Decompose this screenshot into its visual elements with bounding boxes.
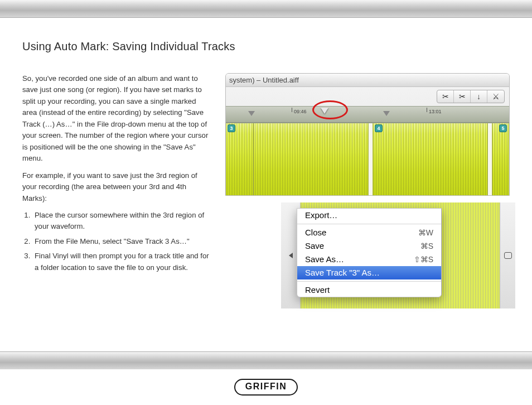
menu-label: Revert <box>305 283 330 297</box>
menu-shortcut: ⌘W <box>418 226 433 239</box>
mark-triangle-icon[interactable] <box>248 111 255 116</box>
toolbar: ✂ ✂ ↓ ⚔ <box>226 87 509 106</box>
screenshots-column: system) – Untitled.aiff ✂ ✂ ↓ ⚔ 09:46 <box>225 73 510 277</box>
waveform-window: system) – Untitled.aiff ✂ ✂ ↓ ⚔ 09:46 <box>225 73 510 196</box>
cut-alt-tool-icon[interactable]: ✂ <box>454 90 471 103</box>
menu-label: Close <box>305 226 326 239</box>
menu-item-export[interactable]: Export… <box>297 209 441 222</box>
menu-label: Save Track "3" As… <box>305 266 380 279</box>
menu-item-revert[interactable]: Revert <box>297 283 441 297</box>
menu-label: Save As… <box>305 253 344 266</box>
ruler-tick <box>292 108 292 112</box>
timeline-ruler[interactable]: 09:46 13:01 <box>226 106 509 123</box>
waveform-area[interactable]: 3 4 5 <box>226 123 509 195</box>
red-highlight-circle <box>312 100 348 119</box>
menu-shortcut: ⌘S <box>420 239 433 253</box>
menu-item-save-as[interactable]: Save As… ⇧⌘S <box>297 253 441 266</box>
step-2: From the File Menu, select "Save Track 3… <box>32 236 212 247</box>
menu-item-close[interactable]: Close ⌘W <box>297 226 441 239</box>
cut-tool-icon[interactable]: ✂ <box>437 90 454 103</box>
mark-triangle-icon[interactable] <box>383 111 390 116</box>
split-tool-icon[interactable]: ⚔ <box>487 90 504 103</box>
menu-item-save-track-as[interactable]: Save Track "3" As… <box>297 266 441 279</box>
region-badge-3: 3 <box>228 124 235 132</box>
loop-icon[interactable] <box>504 252 512 259</box>
footer: GRIFFIN <box>0 369 532 405</box>
griffin-logo: GRIFFIN <box>234 379 298 396</box>
steps-list: Place the cursor somewhere within the 3r… <box>22 210 212 273</box>
menu-label: Save <box>305 239 324 253</box>
insert-tool-icon[interactable]: ↓ <box>471 90 487 103</box>
step-3: Final Vinyl will then prompt you for a t… <box>32 250 212 273</box>
file-menu-dropdown: Export… Close ⌘W Save ⌘S Save As… ⇧⌘S Sa… <box>297 208 442 297</box>
time-label-2: 13:01 <box>429 109 442 114</box>
content-area: Using Auto Mark: Saving Individual Track… <box>0 18 532 351</box>
paragraph-2: For example, if you want to save just th… <box>22 170 212 204</box>
menu-label: Export… <box>305 209 337 222</box>
paragraph-1: So, you've recorded one side of an album… <box>22 73 212 165</box>
prev-arrow-icon[interactable] <box>289 253 293 258</box>
menu-separator <box>297 224 441 224</box>
menu-shortcut: ⇧⌘S <box>414 253 433 266</box>
bottom-gradient-bar <box>0 351 532 369</box>
menu-item-save[interactable]: Save ⌘S <box>297 239 441 253</box>
tool-group: ✂ ✂ ↓ ⚔ <box>437 90 505 103</box>
page-title: Using Auto Mark: Saving Individual Track… <box>22 40 510 53</box>
region-badge-4: 4 <box>375 124 383 132</box>
ruler-tick <box>427 108 427 112</box>
window-title: system) – Untitled.aiff <box>226 74 509 87</box>
step-1: Place the cursor somewhere within the 3r… <box>32 210 212 233</box>
time-label-1: 09:46 <box>294 109 307 114</box>
transport-right-panel <box>500 202 515 308</box>
region-badge-5: 5 <box>499 124 507 132</box>
menu-separator <box>297 281 441 282</box>
instruction-text: So, you've recorded one side of an album… <box>22 73 212 277</box>
top-gradient-bar <box>0 0 532 18</box>
